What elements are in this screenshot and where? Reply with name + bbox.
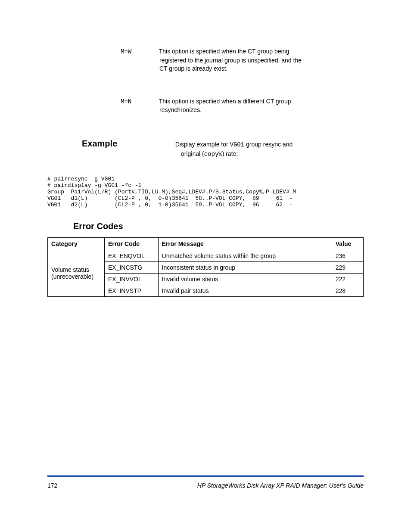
table-row: Volume status (unrecoverable) EX_ENQVOL … [48, 250, 364, 261]
mw-text-2: registered to the journal group is unspe… [159, 57, 302, 64]
example-code-1: VG01 [230, 141, 245, 148]
example-block: Example Display example for VG01 group r… [82, 139, 364, 159]
example-text-1b: group resync and [244, 141, 293, 148]
mw-text-1: This option is specified when the CT gro… [159, 48, 289, 55]
mn-text-2: resynchronizes. [159, 106, 202, 113]
example-text-2a: original ( [181, 150, 204, 157]
error-codes-table: Category Error Code Error Message Value … [47, 237, 364, 297]
table-header-row: Category Error Code Error Message Value [48, 237, 364, 250]
th-value: Value [332, 237, 363, 250]
code-block: # pairresync –g VG01 # pairdisplay -g VG… [47, 176, 364, 208]
error-codes-heading: Error Codes [73, 221, 364, 231]
example-code-2: copy% [204, 151, 222, 158]
cell-code: EX_INVSTP [104, 285, 158, 296]
cell-value: 236 [332, 250, 363, 261]
cell-category: Volume status (unrecoverable) [48, 250, 105, 296]
th-message: Error Message [158, 237, 332, 250]
mw-paragraph: M=W This option is specified when the CT… [121, 47, 364, 73]
footer-rule [47, 475, 364, 477]
cell-value: 228 [332, 285, 363, 296]
cell-message: Unmatched volume status within the group [158, 250, 332, 261]
mn-text-1: This option is specified when a differen… [159, 98, 291, 105]
th-category: Category [48, 237, 105, 250]
example-text-1a: Display example for [175, 141, 230, 148]
cell-value: 222 [332, 273, 363, 285]
document-title: HP StorageWorks Disk Array XP RAID Manag… [197, 482, 364, 489]
page-number: 172 [47, 482, 57, 489]
cell-value: 229 [332, 261, 363, 273]
cell-code: EX_INVVOL [104, 273, 158, 285]
mn-code: M=N [121, 98, 131, 105]
page: M=W This option is specified when the CT… [0, 0, 411, 532]
mw-code: M=W [121, 48, 131, 55]
cell-message: Invalid pair status [158, 285, 332, 296]
content-area: M=W This option is specified when the CT… [47, 47, 364, 297]
footer: 172 HP StorageWorks Disk Array XP RAID M… [47, 482, 364, 489]
example-text-2b: ) rate: [222, 150, 238, 157]
th-code: Error Code [104, 237, 158, 250]
example-heading: Example [82, 139, 117, 149]
mn-paragraph: M=N This option is specified when a diff… [121, 97, 364, 115]
cell-code: EX_INCSTG [104, 261, 158, 273]
cell-code: EX_ENQVOL [104, 250, 158, 261]
cell-message: Inconsistent status in group [158, 261, 332, 273]
mw-text-3: CT group is already exist. [159, 65, 227, 72]
cell-message: Invalid volume status [158, 273, 332, 285]
